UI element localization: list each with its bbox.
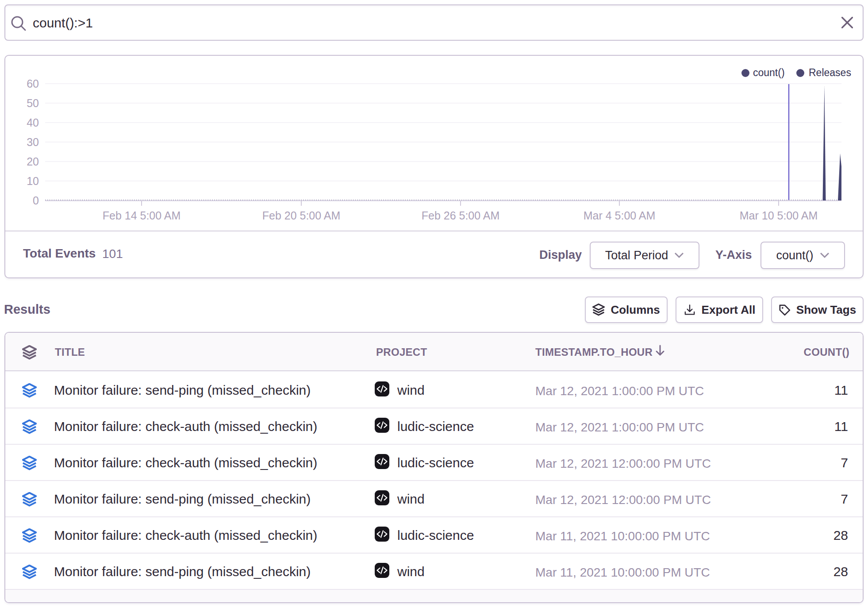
svg-text:50: 50 xyxy=(27,97,39,109)
svg-text:Releases: Releases xyxy=(809,67,851,78)
svg-text:30: 30 xyxy=(27,136,39,148)
svg-text:Feb 26 5:00 AM: Feb 26 5:00 AM xyxy=(422,209,500,222)
svg-text:Mar 10 5:00 AM: Mar 10 5:00 AM xyxy=(740,209,818,222)
svg-text:Feb 20 5:00 AM: Feb 20 5:00 AM xyxy=(262,209,341,222)
svg-text:Mar 4 5:00 AM: Mar 4 5:00 AM xyxy=(584,209,656,222)
svg-text:10: 10 xyxy=(27,175,39,187)
svg-text:count(): count() xyxy=(753,67,785,78)
svg-text:20: 20 xyxy=(27,155,39,168)
svg-text:60: 60 xyxy=(27,77,39,90)
svg-text:0: 0 xyxy=(33,194,39,207)
svg-text:Feb 14 5:00 AM: Feb 14 5:00 AM xyxy=(103,209,181,222)
svg-text:40: 40 xyxy=(27,116,39,129)
